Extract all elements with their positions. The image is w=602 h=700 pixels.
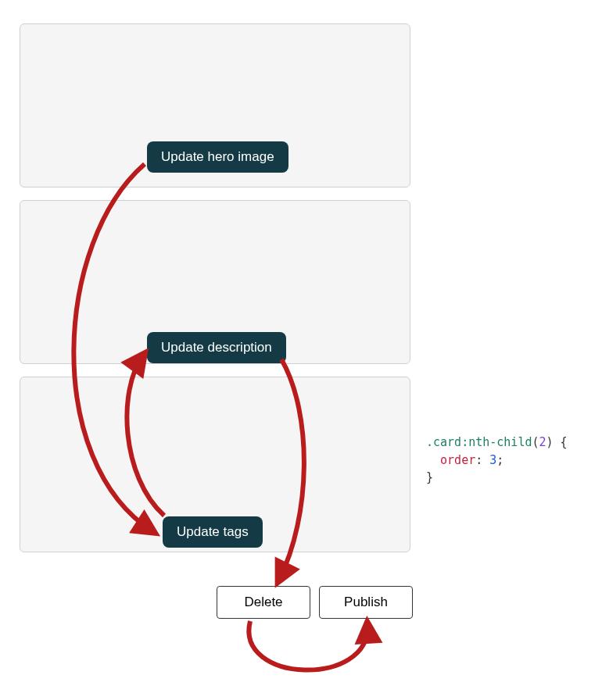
publish-button-label: Publish bbox=[344, 595, 388, 609]
code-brace-close: } bbox=[426, 470, 433, 484]
code-paren-close: ) bbox=[546, 435, 554, 449]
delete-button-label: Delete bbox=[244, 595, 282, 609]
card-label-text: Update hero image bbox=[161, 149, 274, 164]
code-selector-pseudo: :nth-child bbox=[461, 435, 532, 449]
code-selector-arg: 2 bbox=[539, 435, 546, 449]
card-label-text: Update description bbox=[161, 340, 272, 355]
publish-button[interactable]: Publish bbox=[319, 586, 413, 619]
code-property: order bbox=[440, 453, 475, 467]
card-label-hero-image: Update hero image bbox=[147, 141, 288, 173]
arrow-delete-to-publish bbox=[249, 621, 367, 670]
code-selector-class: .card bbox=[426, 435, 461, 449]
card-label-description: Update description bbox=[147, 332, 286, 363]
css-code-snippet: .card:nth-child(2) { order: 3; } bbox=[426, 434, 568, 487]
code-colon: : bbox=[475, 453, 482, 467]
card-label-tags: Update tags bbox=[163, 516, 263, 548]
code-semicolon: ; bbox=[496, 453, 503, 467]
card-label-text: Update tags bbox=[177, 524, 249, 539]
delete-button[interactable]: Delete bbox=[217, 586, 310, 619]
code-paren-open: ( bbox=[532, 435, 539, 449]
code-value: 3 bbox=[489, 453, 496, 467]
code-brace-open: { bbox=[561, 435, 568, 449]
